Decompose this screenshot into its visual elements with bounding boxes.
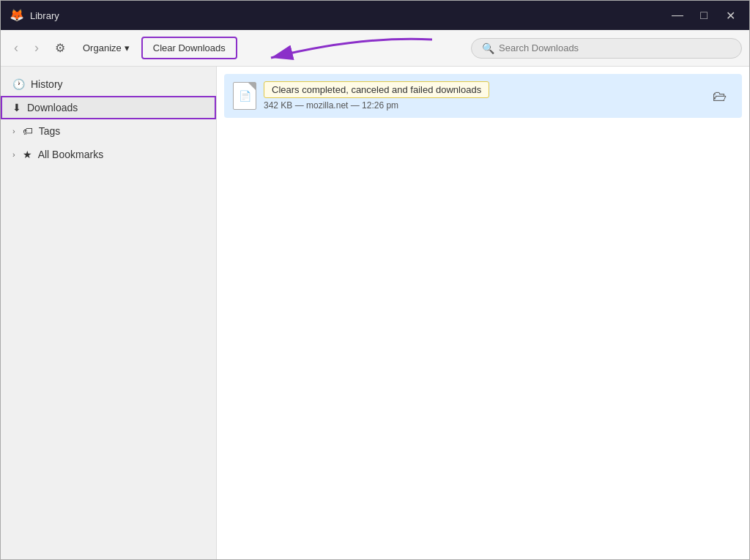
organize-label: Organize bbox=[83, 42, 122, 53]
search-bar: 🔍 bbox=[471, 38, 742, 59]
main-content: 🕐 History ⬇ Downloads › 🏷 Tags › ★ All B… bbox=[1, 67, 749, 559]
organize-button[interactable]: Organize ▾ bbox=[75, 38, 137, 58]
sidebar-item-downloads-label: Downloads bbox=[27, 102, 78, 113]
forward-button[interactable]: › bbox=[29, 36, 45, 60]
search-input[interactable] bbox=[499, 42, 731, 53]
forward-icon: › bbox=[34, 40, 39, 56]
download-list-item: 📄 Clears completed, canceled and failed … bbox=[224, 74, 742, 118]
tags-expand-icon: › bbox=[12, 127, 15, 135]
download-tooltip: Clears completed, canceled and failed do… bbox=[264, 81, 489, 98]
open-folder-button[interactable]: 🗁 bbox=[707, 85, 733, 108]
file-type-icon: 📄 bbox=[239, 90, 251, 102]
download-icon: ⬇ bbox=[12, 102, 21, 113]
library-window: 🦊 Library — □ ✕ ‹ › ⚙ Organize ▾ Clear D… bbox=[0, 0, 750, 560]
download-info: Clears completed, canceled and failed do… bbox=[264, 81, 699, 111]
sidebar-item-bookmarks[interactable]: › ★ All Bookmarks bbox=[1, 143, 216, 166]
maximize-button[interactable]: □ bbox=[694, 5, 714, 26]
window-title: Library bbox=[30, 10, 59, 21]
back-icon: ‹ bbox=[14, 40, 18, 56]
sidebar-item-history-label: History bbox=[31, 78, 63, 90]
window-controls: — □ ✕ bbox=[667, 5, 740, 26]
clear-downloads-button[interactable]: Clear Downloads bbox=[141, 37, 237, 59]
title-bar-left: 🦊 Library bbox=[10, 8, 59, 23]
minimize-button[interactable]: — bbox=[667, 5, 688, 26]
sidebar-item-history[interactable]: 🕐 History bbox=[1, 72, 216, 96]
file-icon: 📄 bbox=[233, 82, 256, 110]
sidebar-item-bookmarks-label: All Bookmarks bbox=[38, 149, 103, 160]
bookmarks-icon: ★ bbox=[23, 149, 32, 160]
download-panel: 📄 Clears completed, canceled and failed … bbox=[217, 67, 749, 559]
sidebar-item-tags-label: Tags bbox=[39, 125, 61, 137]
firefox-icon: 🦊 bbox=[10, 8, 24, 23]
bookmarks-expand-icon: › bbox=[12, 150, 15, 159]
settings-button[interactable]: ⚙ bbox=[49, 37, 71, 59]
history-icon: 🕐 bbox=[12, 78, 25, 90]
toolbar: ‹ › ⚙ Organize ▾ Clear Downloads 🔍 bbox=[1, 30, 749, 67]
sidebar-item-downloads[interactable]: ⬇ Downloads bbox=[1, 96, 216, 119]
sidebar-item-tags[interactable]: › 🏷 Tags bbox=[1, 119, 216, 143]
gear-icon: ⚙ bbox=[55, 41, 65, 55]
download-meta: 342 KB — mozilla.net — 12:26 pm bbox=[264, 100, 699, 111]
folder-icon: 🗁 bbox=[713, 88, 727, 104]
organize-chevron-icon: ▾ bbox=[125, 42, 130, 53]
close-button[interactable]: ✕ bbox=[720, 5, 740, 26]
back-button[interactable]: ‹ bbox=[8, 36, 24, 60]
title-bar: 🦊 Library — □ ✕ bbox=[1, 1, 749, 30]
tags-icon: 🏷 bbox=[23, 125, 33, 137]
sidebar: 🕐 History ⬇ Downloads › 🏷 Tags › ★ All B… bbox=[1, 67, 217, 559]
search-icon: 🔍 bbox=[482, 42, 494, 54]
